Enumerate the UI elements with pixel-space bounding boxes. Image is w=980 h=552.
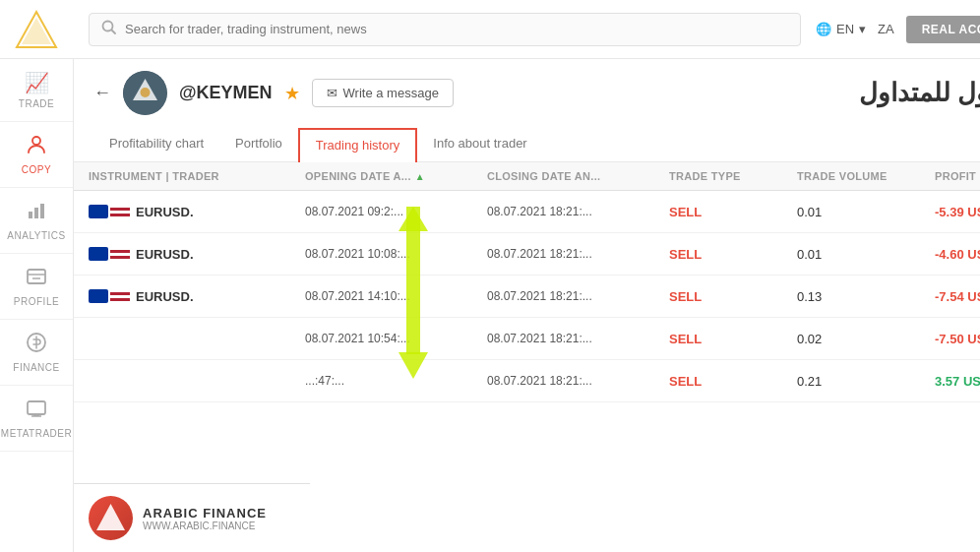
flag-icons — [89, 205, 130, 218]
table-row: EURUSD. 08.07.2021 14:10:... 08.07.2021 … — [74, 276, 980, 318]
trade-type: SELL — [669, 247, 797, 262]
profile-icon — [26, 266, 47, 292]
envelope-icon: ✉ — [327, 86, 337, 100]
opening-date: 08.07.2021 10:54:... — [305, 332, 487, 345]
trade-icon: 📈 — [25, 71, 49, 94]
trade-volume: 0.01 — [797, 247, 935, 262]
profit: -5.39 USD — [935, 205, 980, 219]
back-button[interactable]: ← — [93, 83, 111, 103]
opening-date: 08.07.2021 14:10:... — [305, 289, 487, 303]
instrument-cell: EURUSD. — [89, 247, 305, 262]
profit: -4.60 USD — [935, 247, 980, 262]
eu-flag — [89, 289, 108, 303]
tabs: Profitability chart Portfolio Trading hi… — [93, 127, 980, 161]
svg-line-15 — [112, 30, 116, 33]
flag-icon: 🌐 — [816, 22, 831, 36]
language-code: EN — [836, 22, 854, 36]
copy-icon — [26, 134, 47, 160]
svg-rect-11 — [28, 401, 45, 414]
sidebar-item-label: FINANCE — [13, 362, 59, 373]
instrument-cell: EURUSD. — [89, 205, 305, 219]
main-content: 🌐 EN ▾ ZA REAL ACCOUNT ▾ ← — [74, 0, 980, 552]
flag-icons — [89, 289, 130, 303]
instrument-cell: EURUSD. — [89, 289, 305, 304]
watermark-logo — [89, 496, 133, 540]
col-trade-type: TRADE TYPE — [669, 170, 797, 182]
profile-section: ← @KEYMEN ★ ✉ Write a message سجل التداو… — [74, 59, 980, 162]
table-header: INSTRUMENT | TRADER OPENING DATE A... ▲ … — [74, 162, 980, 191]
table-row: EURUSD. 08.07.2021 09:2:... 08.07.2021 1… — [74, 191, 980, 233]
us-flag — [110, 289, 130, 303]
flag-icons — [89, 247, 130, 261]
sidebar: LiteForex 📈 TRADE COPY ANALYTICS — [0, 0, 74, 552]
finance-icon — [26, 332, 47, 358]
us-flag — [110, 247, 130, 261]
svg-rect-5 — [34, 208, 38, 218]
profile-header: ← @KEYMEN ★ ✉ Write a message سجل التداو… — [93, 71, 980, 115]
profit: 3.57 USD — [935, 374, 980, 389]
tab-trading-history[interactable]: Trading history — [298, 128, 418, 162]
watermark-text-block: ARABIC FINANCE WWW.ARABIC.FINANCE — [143, 506, 267, 531]
search-input[interactable] — [125, 22, 788, 36]
watermark-name: ARABIC FINANCE — [143, 506, 267, 521]
watermark: ARABIC FINANCE WWW.ARABIC.FINANCE — [74, 483, 310, 552]
sidebar-item-label: COPY — [22, 164, 51, 175]
eu-flag — [89, 205, 108, 218]
sidebar-item-finance[interactable]: FINANCE — [0, 320, 73, 386]
trade-volume: 0.13 — [797, 289, 935, 304]
tab-portfolio[interactable]: Portfolio — [219, 128, 298, 161]
analytics-icon — [26, 200, 47, 226]
sidebar-item-metatrader[interactable]: METATRADER — [0, 386, 73, 452]
closing-date: 08.07.2021 18:21:... — [487, 289, 669, 303]
sort-asc-icon: ▲ — [415, 171, 425, 182]
svg-point-18 — [141, 88, 151, 97]
real-account-button[interactable]: REAL ACCOUNT — [906, 16, 980, 43]
sidebar-item-label: ANALYTICS — [7, 230, 65, 241]
username: @KEYMEN — [179, 83, 273, 103]
topbar: 🌐 EN ▾ ZA REAL ACCOUNT ▾ — [74, 0, 980, 59]
profit: -7.54 USD — [935, 289, 980, 304]
table-row: EURUSD. 08.07.2021 10:08:... 08.07.2021 … — [74, 233, 980, 276]
svg-point-3 — [32, 137, 40, 145]
closing-date: 08.07.2021 18:21:... — [487, 247, 669, 261]
country-code: ZA — [878, 22, 894, 36]
closing-date: 08.07.2021 18:21:... — [487, 332, 669, 345]
opening-date: 08.07.2021 09:2:... — [305, 205, 487, 218]
trade-type: SELL — [669, 205, 797, 219]
language-selector[interactable]: 🌐 EN ▾ — [816, 22, 866, 36]
svg-rect-4 — [29, 212, 32, 218]
svg-marker-23 — [96, 504, 125, 530]
sidebar-item-label: TRADE — [19, 98, 54, 109]
table-row: ...:47:... 08.07.2021 18:21:... SELL 0.2… — [74, 360, 980, 402]
trade-type: SELL — [669, 374, 797, 389]
trade-volume: 0.21 — [797, 374, 935, 389]
avatar — [123, 71, 167, 115]
favorite-star-icon[interactable]: ★ — [284, 83, 300, 104]
sidebar-item-profile[interactable]: PROFILE — [0, 254, 73, 320]
svg-rect-6 — [40, 204, 44, 218]
trade-type: SELL — [669, 332, 797, 346]
search-icon — [101, 20, 117, 39]
sidebar-item-copy[interactable]: COPY — [0, 122, 73, 188]
us-flag — [110, 205, 130, 218]
tab-info-about-trader[interactable]: Info about trader — [417, 128, 542, 161]
tab-profitability-chart[interactable]: Profitability chart — [93, 128, 219, 161]
topbar-right: 🌐 EN ▾ ZA REAL ACCOUNT ▾ — [816, 12, 980, 47]
sidebar-item-analytics[interactable]: ANALYTICS — [0, 188, 73, 254]
col-opening-date[interactable]: OPENING DATE A... ▲ — [305, 170, 487, 182]
logo: LiteForex — [0, 0, 74, 59]
col-profit: PROFIT — [935, 170, 980, 182]
sidebar-item-trade[interactable]: 📈 TRADE — [0, 59, 73, 122]
opening-date: ...:47:... — [305, 374, 487, 388]
profit: -7.50 USD — [935, 332, 980, 346]
opening-date: 08.07.2021 10:08:... — [305, 247, 487, 261]
closing-date: 08.07.2021 18:21:... — [487, 374, 669, 388]
metatrader-icon — [26, 398, 47, 424]
trade-volume: 0.02 — [797, 332, 935, 346]
search-box[interactable] — [89, 13, 801, 46]
write-message-button[interactable]: ✉ Write a message — [312, 79, 454, 107]
trade-type: SELL — [669, 289, 797, 304]
svg-rect-7 — [28, 270, 45, 283]
eu-flag — [89, 247, 108, 261]
col-instrument: INSTRUMENT | TRADER — [89, 170, 305, 182]
